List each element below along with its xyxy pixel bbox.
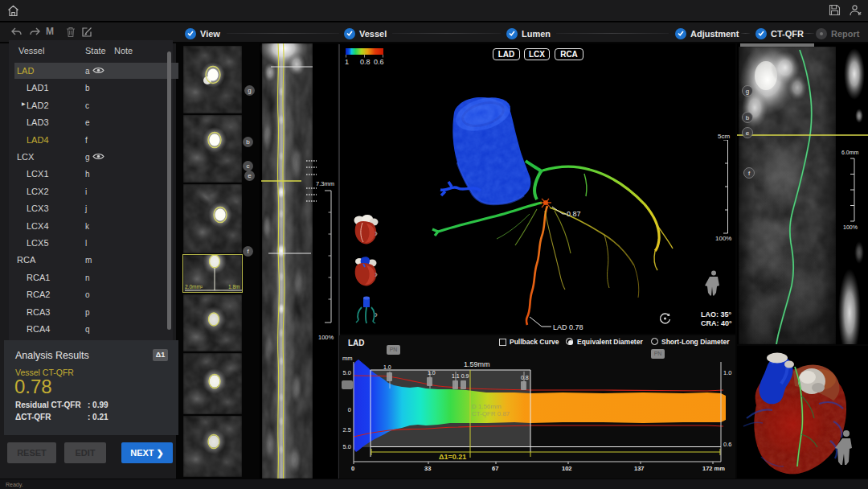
svg-text:6.0mm: 6.0mm	[841, 150, 859, 155]
svg-text:g: g	[746, 88, 749, 95]
svg-text:0.87: 0.87	[567, 210, 581, 218]
svg-text:b: b	[746, 114, 750, 121]
svg-text:1.8m: 1.8m	[228, 284, 240, 290]
svg-text:2.0mm²: 2.0mm²	[185, 284, 203, 290]
svg-text:7.3mm: 7.3mm	[316, 180, 334, 187]
svg-text:e: e	[746, 129, 750, 137]
svg-text:100%: 100%	[318, 334, 334, 341]
svg-text:LAD 0.78: LAD 0.78	[553, 323, 583, 331]
svg-text:100%: 100%	[843, 224, 858, 230]
